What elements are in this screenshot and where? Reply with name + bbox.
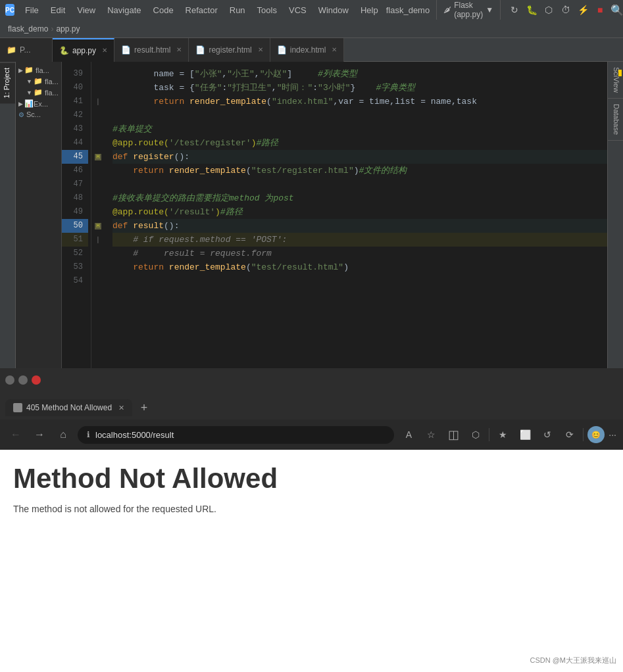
- address-bar[interactable]: ℹ localhost:5000/result: [78, 426, 394, 444]
- tree-label-sub2: fla...: [45, 89, 59, 97]
- code-line-43: #表单提交: [112, 122, 607, 136]
- new-tab-button[interactable]: +: [135, 398, 153, 417]
- breadcrumb-separator: ›: [51, 24, 53, 34]
- tree-item-sub1[interactable]: ▼ 📁 fla...: [16, 76, 61, 87]
- favorites-star-icon[interactable]: ★: [493, 425, 512, 444]
- code-line-54: [112, 274, 607, 288]
- tab-bar: 📁 P... 🐍 app.py ✕ 📄 result.html ✕ 📄 regi…: [0, 38, 623, 62]
- tab-project-label: P...: [20, 45, 30, 55]
- browser-content: Method Not Allowed The method is not all…: [0, 450, 623, 672]
- tab-result-icon: 📄: [121, 45, 131, 55]
- tab-result-close[interactable]: ✕: [176, 46, 182, 53]
- code-line-47: [112, 178, 607, 191]
- gutter: │ H H │: [91, 62, 105, 368]
- window-maximize-btn[interactable]: [18, 375, 28, 385]
- menu-edit[interactable]: Edit: [45, 3, 70, 18]
- menu-help[interactable]: Help: [355, 3, 384, 18]
- code-line-51: # if request.method == 'POST':: [112, 233, 607, 247]
- right-tab-sciview[interactable]: SciView: [608, 62, 623, 99]
- flask-run-button[interactable]: 🌶 Flask (app.py) ▼: [436, 0, 501, 21]
- tab-register-close[interactable]: ✕: [258, 46, 263, 53]
- tree-bar-icon: 📊: [24, 99, 34, 108]
- build-icon[interactable]: ⚡: [576, 3, 590, 17]
- reader-mode-icon[interactable]: A: [399, 425, 418, 444]
- right-panel: SciView Database: [607, 62, 623, 368]
- scroll-accent: [618, 70, 622, 76]
- gutter-50: H: [91, 219, 105, 233]
- home-button[interactable]: ⌂: [54, 425, 72, 444]
- menu-refactor[interactable]: Refactor: [180, 3, 223, 18]
- gutter-46: [91, 164, 105, 178]
- flask-dropdown-icon: ▼: [486, 5, 493, 14]
- collections-icon[interactable]: ◫: [444, 425, 462, 444]
- menu-bar: PC File Edit View Navigate Code Refactor…: [0, 0, 623, 20]
- browser-tab-close-btn[interactable]: ✕: [118, 404, 124, 412]
- code-editor[interactable]: 39 40 41 42 43 44 45 46 47 48 49 50 51 5…: [62, 62, 607, 368]
- tab-apppy-close[interactable]: ✕: [102, 47, 107, 54]
- tab-result-html[interactable]: 📄 result.html ✕: [114, 38, 189, 62]
- menu-run[interactable]: Run: [224, 3, 251, 18]
- browser-tab-active[interactable]: 405 Method Not Allowed ✕: [5, 399, 132, 416]
- menu-view[interactable]: View: [72, 3, 101, 18]
- sidebar-tab-project[interactable]: 1: Project: [0, 62, 15, 103]
- gutter-52: [91, 247, 105, 260]
- code-line-49: @app.route('/result')#路径: [112, 205, 607, 219]
- tree-item-flask[interactable]: ▶ 📁 fla...: [16, 64, 61, 76]
- stop-icon[interactable]: ■: [593, 3, 607, 17]
- tree-item-sub2[interactable]: ▼ 📁 fla...: [16, 87, 61, 98]
- profile-icon[interactable]: ⏱: [559, 3, 573, 17]
- menu-tools[interactable]: Tools: [252, 3, 282, 18]
- debug-icon[interactable]: 🐛: [524, 3, 539, 17]
- code-content[interactable]: name = ["小张","小王","小赵"] #列表类型 task = {"任…: [105, 62, 607, 368]
- tab-project[interactable]: 📁 P...: [0, 38, 53, 62]
- tree-item-ex[interactable]: ▶ 📊 Ex...: [16, 98, 61, 109]
- profile-avatar[interactable]: 😊: [587, 426, 605, 443]
- run-icon[interactable]: ↻: [507, 3, 522, 17]
- tree-folder-icon: 📁: [24, 66, 34, 74]
- search-icon[interactable]: 🔍: [610, 3, 623, 17]
- browser-tab-favicon: [13, 403, 22, 412]
- favorites-icon[interactable]: ☆: [422, 425, 440, 444]
- coverage-icon[interactable]: ⬡: [541, 3, 556, 17]
- tab-result-label: result.html: [134, 45, 170, 55]
- tree-item-sc[interactable]: ⚙ Sc...: [16, 109, 61, 120]
- sidebar-tree: ▶ 📁 fla... ▼ 📁 fla... ▼ 📁 fla... ▶ 📊: [16, 62, 62, 368]
- code-line-45: def register():: [112, 150, 607, 164]
- code-line-41: return render_template("index.html",var …: [112, 95, 607, 108]
- menu-code[interactable]: Code: [148, 3, 179, 18]
- file-name: app.py: [56, 24, 80, 34]
- app-icon: PC: [5, 4, 14, 16]
- history-icon[interactable]: ↺: [538, 425, 557, 444]
- collections-icon2[interactable]: ⬜: [516, 425, 534, 444]
- gutter-51: │: [91, 233, 105, 247]
- ln-54: 54: [62, 274, 88, 288]
- forward-button[interactable]: →: [30, 425, 49, 444]
- code-line-46: return render_template("test/register.ht…: [112, 164, 607, 178]
- gutter-47: [91, 178, 105, 191]
- code-line-40: task = {"任务":"打扫卫生","时间：":"3小时"} #字典类型: [112, 81, 607, 95]
- window-minimize-btn[interactable]: [5, 375, 14, 385]
- browser-nav-icons: A ☆ ◫ ⬡ ★ ⬜ ↺ ⟳ 😊 ···: [399, 425, 616, 444]
- menu-navigate[interactable]: Navigate: [102, 3, 146, 18]
- tab-index-close[interactable]: ✕: [332, 46, 337, 53]
- nav-separator: [489, 428, 489, 441]
- tree-arrow: ▶: [18, 67, 23, 74]
- window-close-btn[interactable]: [32, 375, 41, 385]
- tree-file-icon-sc: ⚙: [18, 111, 24, 118]
- back-button[interactable]: ←: [7, 425, 25, 444]
- tree-folder-sub2-icon: 📁: [34, 88, 43, 97]
- more-options-button[interactable]: ···: [609, 429, 616, 440]
- tree-arrow-ex: ▶: [18, 101, 23, 107]
- tab-apppy[interactable]: 🐍 app.py ✕: [53, 38, 114, 62]
- extensions-icon[interactable]: ⬡: [466, 425, 485, 444]
- download-icon[interactable]: ⟳: [561, 425, 579, 444]
- tab-apppy-label: app.py: [72, 46, 96, 55]
- menu-window[interactable]: Window: [313, 3, 354, 18]
- gutter-49: [91, 205, 105, 219]
- tab-index-html[interactable]: 📄 index.html ✕: [270, 38, 345, 62]
- tab-register-html[interactable]: 📄 register.html ✕: [189, 38, 270, 62]
- menu-file[interactable]: File: [20, 3, 44, 18]
- menu-vcs[interactable]: VCS: [284, 3, 312, 18]
- right-tab-database[interactable]: Database: [608, 99, 623, 141]
- tab-index-icon: 📄: [277, 45, 287, 55]
